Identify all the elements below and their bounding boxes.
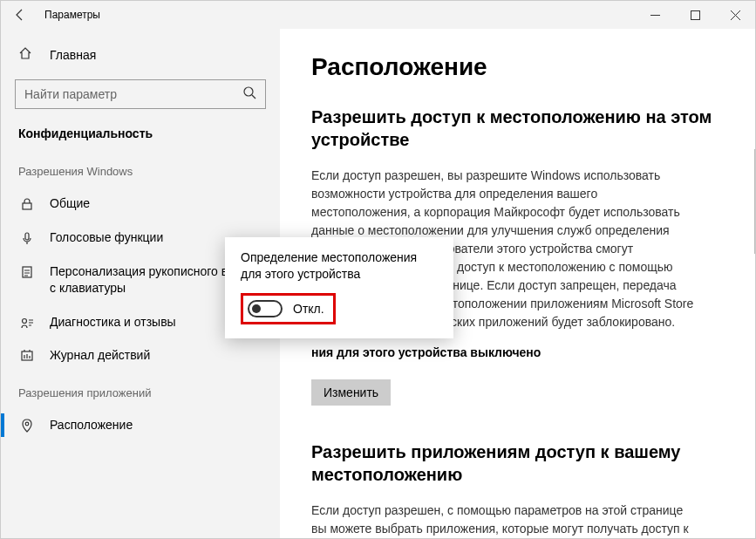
sidebar-item-location[interactable]: Расположение — [1, 408, 280, 442]
close-button[interactable] — [715, 1, 755, 29]
section-heading-app-access: Разрешить приложениям доступ к вашему ме… — [311, 440, 724, 486]
location-status: ния для этого устройства выключено — [311, 344, 695, 362]
location-toggle[interactable] — [248, 300, 283, 317]
popup-title: Определение местоположения для этого уст… — [241, 249, 438, 283]
sidebar-home[interactable]: Главная — [1, 38, 280, 72]
section-description-apps: Если доступ разрешен, с помощью параметр… — [311, 501, 695, 538]
svg-rect-0 — [691, 10, 699, 19]
activity-icon — [18, 349, 36, 363]
svg-point-7 — [25, 423, 29, 426]
sidebar-item-label: Расположение — [50, 417, 133, 433]
sidebar-item-label: Общие — [50, 195, 90, 212]
lock-icon — [18, 197, 36, 211]
sidebar-item-label: Журнал действий — [50, 347, 150, 364]
sidebar-group-apps: Разрешения приложений — [1, 372, 280, 408]
sidebar-category: Конфиденциальность — [1, 121, 280, 151]
sidebar-item-label: Диагностика и отзывы — [50, 314, 176, 331]
window-title: Параметры — [44, 9, 100, 21]
sidebar-item-activity[interactable]: Журнал действий — [1, 338, 280, 372]
toggle-state-label: Откл. — [293, 302, 324, 316]
sidebar-item-label: Голосовые функции — [50, 229, 163, 246]
page-title: Расположение — [311, 53, 724, 81]
svg-rect-3 — [25, 233, 29, 240]
speech-icon — [18, 231, 36, 245]
feedback-icon — [18, 316, 36, 330]
maximize-button[interactable] — [675, 1, 715, 29]
highlight-box: Откл. — [241, 293, 336, 324]
back-button[interactable] — [1, 1, 39, 29]
scrollbar[interactable] — [754, 149, 755, 254]
sidebar-item-general[interactable]: Общие — [1, 187, 280, 221]
change-button[interactable]: Изменить — [311, 379, 391, 406]
sidebar-home-label: Главная — [50, 48, 96, 62]
search-box[interactable] — [15, 79, 266, 109]
sidebar-group-windows: Разрешения Windows — [1, 151, 280, 187]
section-heading-device-access: Разрешить доступ к местоположению на это… — [311, 106, 724, 151]
clipboard-icon — [18, 265, 36, 279]
svg-rect-2 — [23, 203, 31, 209]
minimize-button[interactable] — [635, 1, 675, 29]
svg-point-5 — [23, 318, 27, 323]
search-icon — [242, 85, 256, 103]
home-icon — [18, 46, 36, 64]
toggle-knob — [252, 304, 261, 313]
search-input[interactable] — [24, 87, 242, 101]
location-icon — [18, 419, 36, 433]
titlebar: Параметры — [1, 1, 755, 29]
svg-point-1 — [244, 87, 253, 96]
location-toggle-popup: Определение местоположения для этого уст… — [225, 237, 453, 338]
